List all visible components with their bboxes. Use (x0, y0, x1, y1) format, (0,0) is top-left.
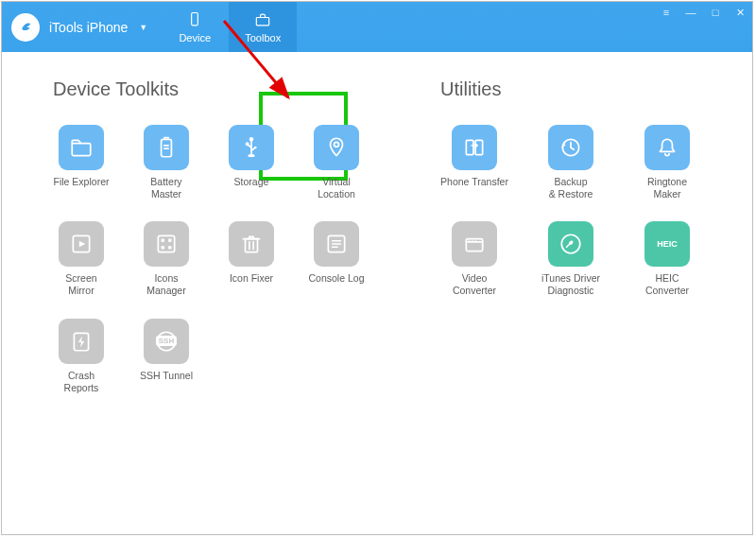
play-icon (59, 221, 104, 267)
tool-label: Console Log (309, 272, 365, 297)
tool-label: Virtual Location (308, 176, 365, 200)
tab-toolbox-label: Toolbox (245, 32, 281, 43)
device-toolkit-tool-pin[interactable]: Virtual Location (308, 125, 365, 200)
video-icon (452, 221, 497, 267)
ssh-icon: SSH (144, 319, 189, 364)
usb-icon (229, 125, 274, 170)
svg-rect-29 (466, 140, 473, 154)
utility-tool-video[interactable]: Video Converter (440, 221, 508, 297)
utility-tool-wrench[interactable]: iTunes Driver Diagnostic (537, 221, 605, 297)
tool-label: Video Converter (453, 272, 496, 297)
tool-label: Icons Manager (138, 272, 195, 297)
heic-icon: HEIC (644, 221, 690, 267)
svg-rect-12 (254, 147, 256, 148)
utility-tool-transfer[interactable]: Phone Transfer (440, 125, 508, 200)
tool-label: Icon Fixer (230, 272, 273, 297)
tool-label: SSH Tunnel (140, 370, 193, 394)
content-area: Device Toolkits File ExplorerBattery Mas… (2, 52, 752, 394)
clist-icon (314, 221, 359, 267)
utilities-title: Utilities (440, 78, 724, 100)
wrench-icon (548, 221, 593, 267)
tool-label: HEIC Converter (633, 272, 701, 297)
grid-icon (144, 221, 189, 267)
tool-label: Backup & Restore (549, 176, 593, 200)
device-toolkit-tool-folder[interactable]: File Explorer (53, 125, 110, 200)
restore-icon (548, 125, 593, 170)
pin-icon (314, 125, 359, 170)
tab-toolbox[interactable]: Toolbox (229, 2, 297, 52)
svg-rect-18 (162, 246, 164, 249)
tool-label: Storage (234, 176, 269, 200)
tool-label: iTunes Driver Diagnostic (541, 272, 600, 297)
tab-device[interactable]: Device (161, 2, 229, 52)
device-toolkit-tool-grid[interactable]: Icons Manager (138, 221, 195, 297)
svg-rect-15 (158, 236, 174, 252)
battery-icon (144, 125, 189, 170)
header-bar: iTools iPhone ▼ Device Toolbox ≡ — □ ✕ (2, 2, 752, 52)
svg-rect-19 (168, 246, 171, 249)
svg-rect-32 (466, 239, 482, 252)
device-toolkit-tool-usb[interactable]: Storage (223, 125, 280, 200)
svg-point-13 (335, 142, 339, 147)
device-toolkit-tool-clist[interactable]: Console Log (308, 221, 365, 297)
svg-rect-17 (168, 239, 171, 242)
utility-tool-restore[interactable]: Backup & Restore (537, 125, 605, 200)
utility-tool-heic[interactable]: HEICHEIC Converter (633, 221, 701, 297)
device-toolkit-tool-play[interactable]: Screen Mirror (53, 221, 110, 297)
close-button[interactable]: ✕ (733, 6, 747, 19)
menu-icon[interactable]: ≡ (660, 6, 673, 19)
device-toolkit-tool-trash[interactable]: Icon Fixer (223, 221, 280, 297)
device-toolkit-tool-battery[interactable]: Battery Master (138, 125, 195, 200)
tool-label: File Explorer (54, 176, 110, 200)
trash-icon (229, 221, 274, 267)
svg-point-34 (469, 240, 470, 241)
transfer-icon (452, 125, 497, 170)
tool-label: Battery Master (138, 176, 195, 200)
app-logo-icon (11, 13, 40, 42)
device-toolkits-section: Device Toolkits File ExplorerBattery Mas… (53, 78, 393, 394)
brand-name: iTools iPhone (49, 20, 128, 35)
device-toolkits-grid: File ExplorerBattery MasterStorageVirtua… (53, 125, 393, 394)
svg-rect-0 (192, 13, 198, 26)
tool-label: Crash Reports (53, 370, 110, 394)
app-window: iTools iPhone ▼ Device Toolbox ≡ — □ ✕ (1, 1, 753, 535)
svg-point-35 (472, 240, 472, 241)
device-toolkit-tool-bolt[interactable]: Crash Reports (53, 319, 110, 394)
tool-label: Ringtone Maker (633, 176, 701, 200)
tool-label: Phone Transfer (440, 176, 508, 200)
svg-rect-16 (162, 239, 164, 242)
svg-rect-20 (246, 239, 258, 252)
tool-label: Screen Mirror (53, 272, 110, 297)
bell-icon (644, 125, 690, 170)
utility-tool-bell[interactable]: Ringtone Maker (633, 125, 701, 200)
utilities-grid: Phone TransferBackup & RestoreRingtone M… (440, 125, 724, 298)
maximize-button[interactable]: □ (709, 6, 722, 19)
device-toolkit-tool-ssh[interactable]: SSHSSH Tunnel (138, 319, 195, 394)
folder-icon (59, 125, 104, 170)
bolt-icon (59, 319, 104, 364)
window-controls: ≡ — □ ✕ (660, 6, 747, 19)
toolbox-icon (252, 10, 273, 29)
svg-point-11 (247, 143, 249, 145)
utilities-section: Utilities Phone TransferBackup & Restore… (440, 78, 724, 394)
device-toolkits-title: Device Toolkits (53, 78, 393, 100)
svg-point-36 (474, 240, 475, 241)
phone-icon (184, 10, 205, 29)
brand-menu[interactable]: iTools iPhone ▼ (2, 2, 161, 52)
chevron-down-icon: ▼ (139, 23, 147, 32)
svg-rect-4 (72, 144, 91, 156)
minimize-button[interactable]: — (684, 6, 697, 19)
tab-device-label: Device (179, 32, 211, 43)
svg-rect-30 (475, 140, 483, 154)
svg-rect-2 (257, 18, 269, 26)
